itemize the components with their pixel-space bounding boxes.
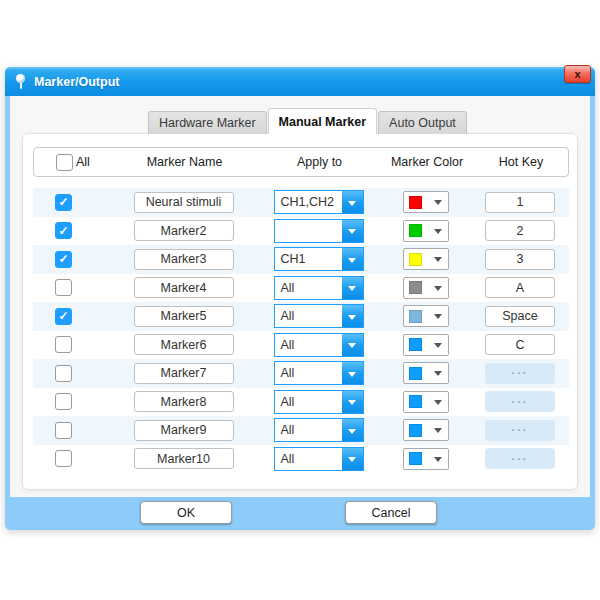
marker-name-field[interactable]: Marker3 (134, 249, 234, 270)
header-hot-key: Hot Key (472, 155, 570, 169)
select-all-checkbox[interactable] (56, 154, 73, 171)
chevron-down-icon[interactable] (342, 220, 363, 242)
hotkey-field[interactable]: 3 (485, 249, 555, 270)
apply-to-dropdown[interactable]: CH1 (274, 247, 364, 271)
row-checkbox[interactable] (55, 279, 72, 296)
chevron-down-icon[interactable] (342, 277, 363, 299)
row-checkbox[interactable] (55, 450, 72, 467)
marker-color-dropdown[interactable] (403, 448, 449, 470)
chevron-down-icon[interactable] (342, 391, 363, 413)
dialog-titlebar[interactable]: Marker/Output x (5, 67, 595, 96)
apply-to-dropdown[interactable]: All (274, 390, 364, 414)
row-check-cell: ✓ (33, 217, 111, 246)
color-swatch (409, 224, 422, 237)
row-checkbox[interactable]: ✓ (55, 308, 72, 325)
marker-name-field[interactable]: Marker9 (134, 420, 234, 441)
color-swatch (409, 367, 422, 380)
apply-to-value: All (275, 281, 342, 295)
marker-name-field[interactable]: Marker10 (134, 448, 234, 469)
row-check-cell (33, 416, 111, 445)
tab-hardware-marker[interactable]: Hardware Marker (148, 111, 267, 134)
hotkey-field[interactable]: 2 (485, 220, 555, 241)
marker-name-field[interactable]: Marker7 (134, 363, 234, 384)
marker-color-dropdown[interactable] (403, 419, 449, 441)
hotkey-field[interactable]: ··· (485, 363, 555, 384)
apply-to-dropdown[interactable]: All (274, 418, 364, 442)
chevron-down-icon[interactable] (342, 334, 363, 356)
chevron-down-icon (434, 200, 442, 205)
chevron-down-icon[interactable] (342, 448, 363, 470)
hotkey-field[interactable]: C (485, 334, 555, 355)
chevron-down-icon (434, 371, 442, 376)
apply-to-dropdown[interactable]: All (274, 447, 364, 471)
row-checkbox[interactable]: ✓ (55, 251, 72, 268)
table-row: Marker9 All ··· (33, 416, 569, 445)
marker-name-field[interactable]: Marker2 (134, 220, 234, 241)
cancel-button[interactable]: Cancel (345, 501, 437, 524)
row-hotkey-cell: ··· (471, 388, 569, 417)
row-color-cell (381, 359, 471, 388)
row-checkbox[interactable] (55, 365, 72, 382)
apply-to-dropdown[interactable]: All (274, 276, 364, 300)
marker-name-field[interactable]: Marker8 (134, 391, 234, 412)
marker-pin-icon (15, 74, 27, 90)
row-name-cell: Marker8 (111, 388, 256, 417)
apply-to-dropdown[interactable]: All (274, 361, 364, 385)
hotkey-field[interactable]: A (485, 277, 555, 298)
row-checkbox[interactable]: ✓ (55, 194, 72, 211)
hotkey-field[interactable]: Space (485, 306, 555, 327)
row-checkbox[interactable]: ✓ (55, 222, 72, 239)
row-checkbox[interactable] (55, 336, 72, 353)
marker-color-dropdown[interactable] (403, 248, 449, 270)
tab-auto-output[interactable]: Auto Output (378, 111, 467, 134)
hotkey-field[interactable]: ··· (485, 420, 555, 441)
row-check-cell (33, 388, 111, 417)
hotkey-field[interactable]: 1 (485, 192, 555, 213)
header-apply-to: Apply to (257, 155, 382, 169)
row-check-cell (33, 274, 111, 303)
apply-to-value: All (275, 395, 342, 409)
row-apply-cell (256, 217, 381, 246)
row-name-cell: Marker2 (111, 217, 256, 246)
marker-name-field[interactable]: Neural stimuli (134, 192, 234, 213)
row-name-cell: Marker7 (111, 359, 256, 388)
close-icon[interactable]: x (564, 65, 591, 83)
row-checkbox[interactable] (55, 393, 72, 410)
chevron-down-icon[interactable] (342, 305, 363, 327)
marker-color-dropdown[interactable] (403, 391, 449, 413)
marker-table-panel: All Marker Name Apply to Marker Color Ho… (22, 133, 578, 490)
row-name-cell: Marker3 (111, 245, 256, 274)
row-color-cell (381, 416, 471, 445)
hotkey-field[interactable]: ··· (485, 448, 555, 469)
marker-color-dropdown[interactable] (403, 305, 449, 327)
row-name-cell: Marker6 (111, 331, 256, 360)
chevron-down-icon[interactable] (342, 419, 363, 441)
hotkey-field[interactable]: ··· (485, 391, 555, 412)
chevron-down-icon[interactable] (342, 191, 363, 213)
chevron-down-icon[interactable] (342, 362, 363, 384)
color-swatch (409, 310, 422, 323)
marker-color-dropdown[interactable] (403, 362, 449, 384)
apply-to-dropdown[interactable]: All (274, 333, 364, 357)
row-checkbox[interactable] (55, 422, 72, 439)
marker-color-dropdown[interactable] (403, 220, 449, 242)
apply-to-dropdown[interactable]: All (274, 304, 364, 328)
apply-to-dropdown[interactable] (274, 219, 364, 243)
marker-color-dropdown[interactable] (403, 277, 449, 299)
rows: ✓ Neural stimuli CH1,CH2 1 ✓ Marker2 (33, 188, 569, 473)
marker-color-dropdown[interactable] (403, 191, 449, 213)
table-header-row: All Marker Name Apply to Marker Color Ho… (33, 147, 569, 177)
apply-to-dropdown[interactable]: CH1,CH2 (274, 190, 364, 214)
marker-color-dropdown[interactable] (403, 334, 449, 356)
marker-name-field[interactable]: Marker4 (134, 277, 234, 298)
marker-name-field[interactable]: Marker5 (134, 306, 234, 327)
table-row: Marker4 All A (33, 274, 569, 303)
chevron-down-icon[interactable] (342, 248, 363, 270)
ok-button[interactable]: OK (140, 501, 232, 524)
tab-manual-marker[interactable]: Manual Marker (268, 108, 378, 134)
row-name-cell: Marker10 (111, 445, 256, 474)
chevron-down-icon (434, 314, 442, 319)
row-color-cell (381, 388, 471, 417)
header-marker-name: Marker Name (112, 155, 257, 169)
marker-name-field[interactable]: Marker6 (134, 334, 234, 355)
